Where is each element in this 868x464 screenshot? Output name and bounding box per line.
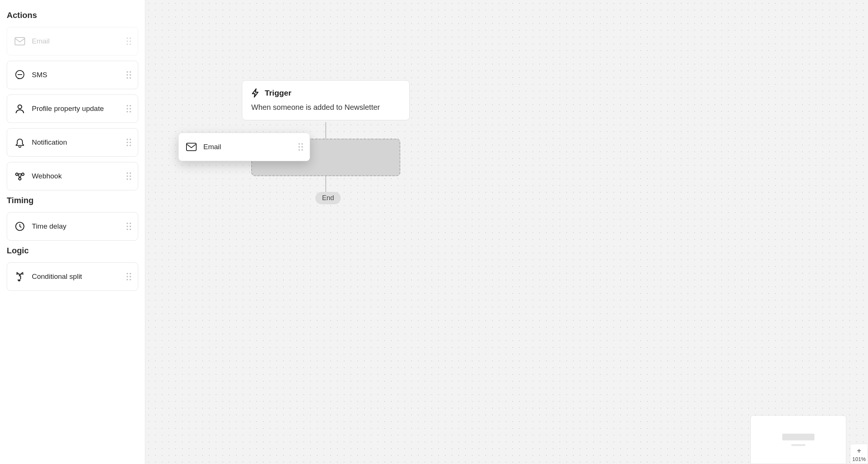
svg-point-5 [22,173,24,175]
webhook-icon [14,170,26,182]
card-label: Notification [32,138,127,147]
drag-handle-icon[interactable] [127,139,131,146]
minimap-node [791,444,805,446]
card-label: Email [32,37,127,45]
action-card-profile-property-update[interactable]: Profile property update [7,94,138,123]
workflow-canvas[interactable]: Trigger When someone is added to Newslet… [145,0,868,464]
minimap[interactable] [750,415,846,464]
drag-handle-icon[interactable] [127,105,131,112]
action-card-email[interactable]: Email [7,27,138,55]
connector-line [325,122,326,139]
zoom-control: + 101% [850,444,868,464]
split-icon [14,271,26,283]
bell-icon [14,136,26,148]
card-label: Conditional split [32,272,127,281]
svg-point-6 [19,178,21,180]
drag-handle-icon[interactable] [127,172,131,180]
timing-card-time-delay[interactable]: Time delay [7,212,138,241]
connector-line [325,176,326,192]
svg-point-3 [18,105,22,109]
drag-handle-icon[interactable] [127,71,131,79]
profile-icon [14,103,26,115]
mail-icon [185,141,197,153]
card-label: Webhook [32,172,127,180]
logic-card-conditional-split[interactable]: Conditional split [7,262,138,291]
svg-rect-8 [186,143,196,151]
action-card-notification[interactable]: Notification [7,128,138,157]
card-label: Time delay [32,222,127,231]
clock-icon [14,220,26,232]
card-label: SMS [32,71,127,79]
action-card-sms[interactable]: SMS [7,61,138,89]
mail-icon [14,35,26,47]
zoom-in-button[interactable]: + [857,446,861,455]
minimap-node [782,434,814,440]
svg-point-4 [16,173,18,175]
minimap-content [782,434,814,446]
svg-rect-0 [15,37,25,45]
section-title-logic: Logic [7,246,138,256]
drag-handle-icon[interactable] [127,223,131,230]
zoom-level: 101% [852,456,866,462]
end-node: End [315,192,341,204]
card-label: Email [203,143,298,151]
drag-handle-icon[interactable] [127,37,131,45]
sms-icon [14,69,26,81]
section-title-timing: Timing [7,196,138,205]
card-label: Profile property update [32,105,127,113]
trigger-title: Trigger [265,88,291,97]
drag-handle-icon[interactable] [298,143,303,151]
bolt-icon [251,88,260,98]
drag-handle-icon[interactable] [127,273,131,280]
action-card-webhook[interactable]: Webhook [7,162,138,190]
section-title-actions: Actions [7,10,138,20]
trigger-description: When someone is added to Newsletter [251,103,400,112]
sidebar: Actions Email SMS [0,0,145,464]
trigger-header: Trigger [251,88,400,98]
trigger-node[interactable]: Trigger When someone is added to Newslet… [242,80,410,120]
dragging-card-email[interactable]: Email [178,133,310,161]
